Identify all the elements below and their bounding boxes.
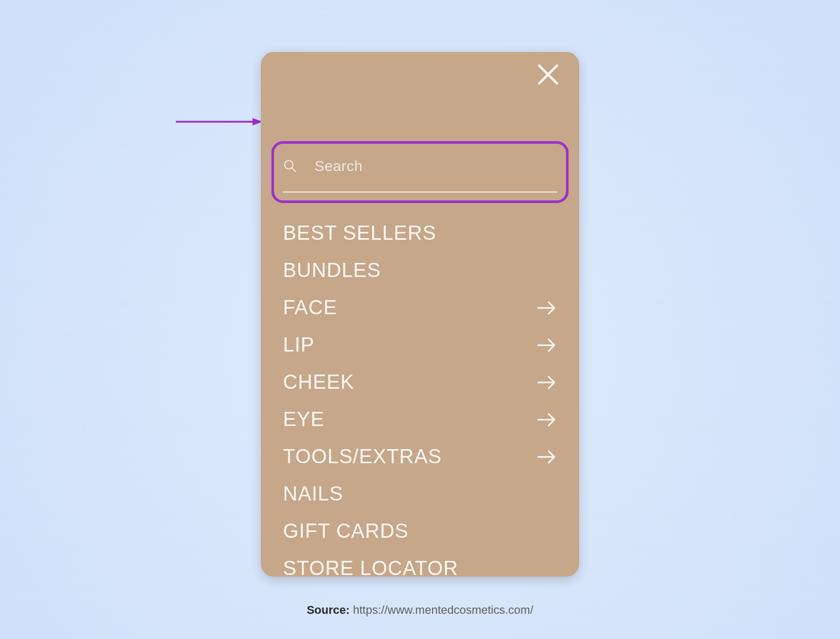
menu-item-label: BUNDLES	[283, 259, 381, 282]
menu-item-nails[interactable]: NAILS	[283, 475, 557, 513]
menu-item-bundles[interactable]: BUNDLES	[283, 252, 557, 289]
menu-list: BEST SELLERS BUNDLES FACE LIP CHEEK E	[283, 215, 557, 577]
search-icon	[283, 159, 297, 175]
menu-item-label: GIFT CARDS	[283, 520, 408, 542]
menu-item-best-sellers[interactable]: BEST SELLERS	[283, 215, 557, 252]
menu-item-label: FACE	[283, 296, 337, 319]
menu-item-store-locator[interactable]: STORE LOCATOR	[283, 550, 557, 577]
close-button[interactable]	[536, 62, 560, 87]
menu-item-tools-extras[interactable]: TOOLS/EXTRAS	[283, 438, 557, 475]
menu-item-label: NAILS	[283, 483, 343, 505]
arrow-right-icon	[536, 372, 557, 393]
menu-item-label: BEST SELLERS	[283, 222, 436, 244]
arrow-right-icon	[536, 297, 557, 318]
svg-line-5	[292, 168, 296, 172]
source-caption: Source: https://www.mentedcosmetics.com/	[0, 603, 840, 617]
annotation-arrow	[176, 118, 262, 125]
menu-item-lip[interactable]: LIP	[283, 326, 557, 364]
menu-item-label: EYE	[283, 408, 324, 431]
menu-item-label: STORE LOCATOR	[283, 557, 458, 577]
mobile-nav-panel: BEST SELLERS BUNDLES FACE LIP CHEEK E	[261, 52, 579, 577]
menu-item-label: CHEEK	[283, 371, 354, 393]
source-label: Source:	[307, 603, 350, 616]
arrow-right-icon	[536, 446, 557, 467]
menu-item-eye[interactable]: EYE	[283, 401, 557, 438]
source-url: https://www.mentedcosmetics.com/	[353, 603, 533, 616]
menu-item-gift-cards[interactable]: GIFT CARDS	[283, 513, 557, 550]
arrow-right-icon	[536, 409, 557, 430]
menu-item-label: LIP	[283, 334, 314, 356]
menu-item-label: TOOLS/EXTRAS	[283, 445, 442, 468]
menu-item-cheek[interactable]: CHEEK	[283, 364, 557, 401]
search-bar[interactable]	[283, 150, 557, 193]
close-icon	[536, 62, 560, 87]
menu-item-face[interactable]: FACE	[283, 289, 557, 326]
arrow-right-icon	[536, 335, 557, 356]
search-input[interactable]	[314, 158, 557, 175]
